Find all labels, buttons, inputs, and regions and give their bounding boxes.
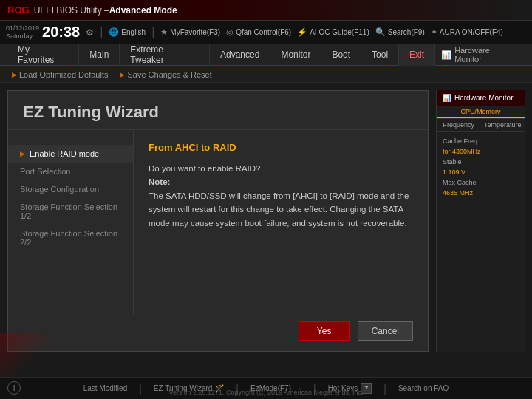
- search-btn[interactable]: 🔍 Search(F9): [375, 27, 425, 37]
- clock-display: 20:38: [42, 24, 80, 41]
- save-reset-btn[interactable]: ▶ Save Changes & Reset: [114, 70, 217, 79]
- last-modified-btn[interactable]: Last Modified: [83, 384, 127, 392]
- save-reset-label: Save Changes & Reset: [127, 70, 211, 79]
- myfavorites-btn[interactable]: ★ MyFavorite(F3): [160, 27, 220, 37]
- wizard-step-3[interactable]: Storage Configuration: [8, 180, 133, 198]
- title-bar: ROG UEFI BIOS Utility – Advanced Mode: [0, 0, 532, 21]
- monitor-icon: 📊: [441, 50, 451, 60]
- step-4-label: Storage Function Selection 1/2: [20, 202, 121, 220]
- max-cache-val: 4635 MHz: [443, 189, 473, 197]
- info-bar: 01/12/2019 Saturday 20:38 ⚙ | 🌐 English …: [0, 21, 532, 44]
- wizard-step-2[interactable]: Port Selection: [8, 163, 133, 180]
- nav-my-favorites[interactable]: My Favorites: [7, 44, 79, 66]
- max-cache-row: Max Cache: [443, 179, 519, 186]
- nav-advanced[interactable]: Advanced: [210, 44, 270, 66]
- qfan-btn[interactable]: ◎ Qfan Control(F6): [226, 27, 291, 37]
- arrow-icon-2: ▶: [120, 71, 125, 78]
- content-note: Note:: [149, 177, 170, 186]
- wizard-title: EZ Tuning Wizard: [8, 91, 428, 130]
- myfavorites-label: MyFavorite(F3): [170, 28, 220, 36]
- bottom-div-4: |: [383, 383, 386, 395]
- step-1-label: Enable RAID mode: [30, 149, 99, 158]
- aura-icon: ✦: [431, 27, 437, 37]
- nav-extreme-tweaker[interactable]: Extreme Tweaker: [120, 44, 210, 66]
- main-content: EZ Tuning Wizard ▶ Enable RAID mode Port…: [0, 83, 532, 359]
- voltage-row: 1.109 V: [443, 168, 519, 176]
- hw-sub-tabs: Frequency Temperature: [437, 119, 525, 132]
- hw-monitor-panel: 📊 Hardware Monitor CPU/Memory Frequency …: [436, 90, 525, 352]
- language-selector[interactable]: 🌐 English: [109, 27, 146, 37]
- wizard-buttons: Yes Cancel: [8, 314, 428, 351]
- cancel-button[interactable]: Cancel: [358, 321, 413, 341]
- wizard-step-1[interactable]: ▶ Enable RAID mode: [8, 145, 133, 163]
- cache-freq-val-row: for 4300MHz: [443, 148, 519, 155]
- yes-button[interactable]: Yes: [299, 321, 350, 341]
- hw-tabs: CPU/Memory: [437, 106, 525, 119]
- load-defaults-btn[interactable]: ▶ Load Optimized Defaults: [6, 70, 114, 79]
- aioc-label: AI OC Guide(F11): [310, 28, 369, 36]
- nav-monitor[interactable]: Monitor: [270, 44, 321, 66]
- hw-panel-title: 📊 Hardware Monitor: [437, 90, 525, 106]
- title-mode: Advanced Mode: [109, 5, 177, 16]
- sub-bar: ▶ Load Optimized Defaults ▶ Save Changes…: [0, 66, 532, 83]
- wizard-step-4[interactable]: Storage Function Selection 1/2: [8, 198, 133, 225]
- arrow-icon-1: ▶: [12, 71, 17, 78]
- nav-main[interactable]: Main: [79, 44, 120, 66]
- cache-freq-label: Cache Freq: [443, 137, 477, 145]
- max-cache-val-row: 4635 MHz: [443, 189, 519, 197]
- hw-monitor-header: 📊 Hardware Monitor: [435, 46, 525, 64]
- stable-label: Stable: [443, 158, 462, 166]
- ez-tuning-wizard: EZ Tuning Wizard ▶ Enable RAID mode Port…: [7, 90, 429, 352]
- info-button[interactable]: i: [7, 381, 21, 395]
- step-2-label: Port Selection: [20, 167, 70, 176]
- cache-freq-row: Cache Freq: [443, 137, 519, 145]
- search-icon: 🔍: [375, 27, 386, 37]
- content-body: Do you want to enable RAID? Note: The SA…: [149, 162, 413, 230]
- star-icon: ★: [160, 27, 168, 37]
- wizard-content-area: From AHCI to RAID Do you want to enable …: [134, 130, 428, 314]
- divider-1: |: [100, 26, 103, 39]
- nav-exit[interactable]: Exit: [399, 44, 435, 66]
- rog-logo: ROG: [7, 4, 30, 16]
- content-description: The SATA HDD/SSD will change from [AHCI]…: [149, 191, 409, 228]
- tab-temperature[interactable]: Temperature: [481, 119, 525, 131]
- nav-bar: My Favorites Main Extreme Tweaker Advanc…: [0, 44, 532, 66]
- load-defaults-label: Load Optimized Defaults: [19, 70, 108, 79]
- title-prefix: UEFI BIOS Utility –: [34, 5, 109, 16]
- date-display: 01/12/2019 Saturday: [6, 24, 39, 41]
- step-3-label: Storage Configuration: [20, 185, 99, 194]
- divider-2: |: [151, 26, 154, 39]
- search-label: Search(F9): [388, 28, 425, 36]
- settings-icon[interactable]: ⚙: [86, 27, 94, 38]
- wizard-body: ▶ Enable RAID mode Port Selection Storag…: [8, 130, 428, 314]
- aura-label: AURA ON/OFF(F4): [440, 28, 503, 36]
- stable-row: Stable: [443, 158, 519, 166]
- nav-tool[interactable]: Tool: [361, 44, 399, 66]
- step-5-label: Storage Function Selection 2/2: [20, 229, 121, 247]
- aioc-btn[interactable]: ⚡ AI OC Guide(F11): [297, 27, 369, 37]
- hw-data-section: Cache Freq for 4300MHz Stable 1.109 V Ma…: [437, 132, 525, 205]
- step-arrow-icon: ▶: [20, 150, 25, 157]
- nav-boot[interactable]: Boot: [321, 44, 361, 66]
- search-faq-btn[interactable]: Search on FAQ: [398, 384, 449, 392]
- hw-panel-label: Hardware Monitor: [454, 94, 513, 102]
- language-label: English: [121, 28, 146, 36]
- version-text: Version 2.20.1271. Copyright (C) 2019 Am…: [168, 389, 363, 396]
- wizard-sidebar: ▶ Enable RAID mode Port Selection Storag…: [8, 130, 134, 314]
- aura-btn[interactable]: ✦ AURA ON/OFF(F4): [431, 27, 503, 37]
- bottom-div-1: |: [139, 383, 142, 395]
- search-faq-label: Search on FAQ: [398, 384, 449, 392]
- voltage-val: 1.109 V: [443, 168, 466, 176]
- cache-freq-val: for 4300MHz: [443, 148, 481, 155]
- hw-monitor-label: Hardware Monitor: [454, 46, 519, 64]
- bottom-bar: i Last Modified | EZ Tuning Wizard 🪄 | E…: [0, 377, 532, 399]
- last-modified-label: Last Modified: [83, 384, 127, 392]
- oc-icon: ⚡: [297, 27, 307, 37]
- wizard-step-5[interactable]: Storage Function Selection 2/2: [8, 225, 133, 251]
- tab-cpu-memory[interactable]: CPU/Memory: [437, 106, 525, 118]
- max-cache-label: Max Cache: [443, 179, 477, 186]
- content-question: Do you want to enable RAID?: [149, 164, 261, 173]
- content-title: From AHCI to RAID: [149, 142, 413, 153]
- qfan-label: Qfan Control(F6): [236, 28, 291, 36]
- tab-frequency[interactable]: Frequency: [437, 119, 481, 131]
